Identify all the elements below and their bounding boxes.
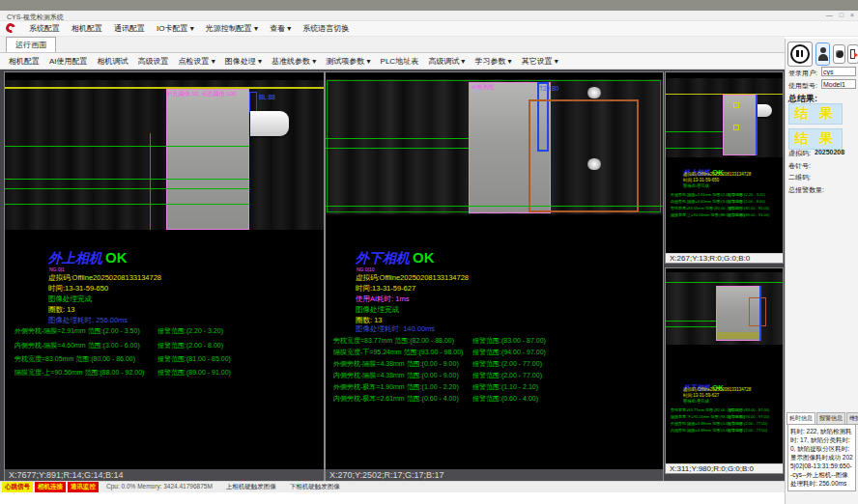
virtual-code: 虚拟码:Offline20250208133134728 <box>683 387 751 392</box>
alarm-range: 报警范围:(2.00 - 77.00) <box>472 359 542 369</box>
virtual-code: 虚拟码:Offline20250208133134728 <box>356 273 469 283</box>
pixel-coordinates-bar: X:7677;Y:891;R:14;G:14;B:14 <box>5 469 324 481</box>
tab-connector <box>758 104 772 117</box>
defect-marker-box <box>733 125 739 130</box>
model-input[interactable] <box>821 79 856 89</box>
cpu-memory-info: Cpu: 0.0% Memory: 3424.41796875M上相机硬触发图像… <box>106 483 340 491</box>
tool-test-params[interactable]: 测试项参数 ▾ <box>321 54 375 69</box>
process-done: 图像处理完成 <box>683 183 709 188</box>
capture-time: 时间:13-31-59-627 <box>683 393 719 398</box>
toolbar: 相机配置 AI使用配置 相机调试 高级设置 点检设置 ▾ 图像处理 ▾ 基准线参… <box>0 53 785 70</box>
capture-time: 时间:13-31-59-650 <box>48 284 108 294</box>
camera-result-title: 外上相机OK <box>48 249 128 267</box>
menu-light-config[interactable]: 光源控制配置 ▾ <box>200 21 264 36</box>
process-cost: 图像处理耗时: 140.00ms <box>356 324 435 334</box>
maximize-icon[interactable]: □ <box>840 12 844 18</box>
pixel-coordinates-bar: X:267;Y:13;R:0;G:0;B:0 <box>666 253 783 263</box>
pixel-coordinates-bar: X:270;Y:2502;R:17;G:17;B:17 <box>326 469 663 481</box>
thumbnail-viewport-lower[interactable] <box>666 272 783 345</box>
window-controls: — □ × <box>826 12 854 18</box>
measure-line <box>666 282 783 283</box>
measure-line <box>326 148 469 149</box>
cpu-memory-text: Cpu: 0.0% Memory: 3424.41796875M <box>106 483 213 490</box>
menu-view[interactable]: 查看 ▾ <box>264 21 297 36</box>
alarm-range: 报警范围:(94.00 - 97.00) <box>728 414 769 419</box>
thumbnail-viewport-upper[interactable] <box>666 78 783 157</box>
measurement-value: 旁枕宽度=83.05mm 范围:(80.00 - 86.00) <box>14 354 135 364</box>
alarm-range: 报警范围:(0.60 - 4.00) <box>472 394 538 404</box>
tool-camera-debug[interactable]: 相机调试 <box>93 54 133 69</box>
measure-line <box>5 146 249 147</box>
menu-comm-config[interactable]: 通讯配置 <box>108 21 151 36</box>
product-region <box>723 95 758 155</box>
pin-number-label: 卷针号: <box>788 161 811 171</box>
qr-code-label: 二维码: <box>788 173 811 182</box>
camera-result-title: 外下相机OK <box>356 249 435 267</box>
tool-plc-address-table[interactable]: PLC地址表 <box>376 54 424 69</box>
tab-connector <box>250 111 289 136</box>
measurement-value: 外侧旁枕-隔膜=4.38mm 范围:(0.00 - 9.00) <box>333 359 459 369</box>
measure-line <box>666 321 716 322</box>
result-box-lower: 结 果 <box>788 128 843 150</box>
camera-panel-upper: 针孔阈值:93, 动态阈值:100 BL:88 外上相机OK NG:0|1 虚拟… <box>5 72 324 481</box>
status-bar: 心跳信号 相机连接 通讯监控 Cpu: 0.0% Memory: 3424.41… <box>0 481 785 492</box>
measure-line <box>326 138 469 139</box>
comm-monitor-badge: 通讯监控 <box>68 482 99 492</box>
camera-status: OK <box>105 249 128 266</box>
virtual-code: 虚拟码:Offline20250208133134728 <box>683 172 751 177</box>
camera-viewport-lower[interactable]: AI检测框 T20.80 <box>326 79 663 214</box>
process-done: 图像处理完成 <box>48 294 92 304</box>
ng-counter: NG:0|10 <box>357 266 375 272</box>
measure-line <box>666 148 723 149</box>
minimize-icon[interactable]: — <box>826 12 833 18</box>
measurement-row: 隔膜宽度-下=95.24mm 范围:(93.00 - 98.00) 报警范围:(… <box>326 348 663 357</box>
tool-advanced-debug[interactable]: 高级调试 ▾ <box>423 54 470 69</box>
close-icon[interactable]: × <box>850 12 854 18</box>
camera-name: 外上相机 <box>48 251 102 266</box>
measurement-row: 内侧旁枕-极耳=2.61mm 范围:(0.60 - 4.00) 报警范围:(0.… <box>326 394 663 404</box>
blue-marker-box <box>759 286 761 341</box>
camera-status: OK <box>413 249 435 266</box>
pixel-coordinates-bar: X:311;Y:980;R:0;G:0;B:0 <box>666 463 783 473</box>
control-panel: 登录用户: 使用型号: 总结果: 结 果 结 果 虚拟码: 20250208 卷… <box>785 39 858 504</box>
tool-spotcheck-settings[interactable]: 点检设置 ▾ <box>174 54 220 69</box>
menu-camera-config[interactable]: 相机配置 <box>66 21 108 36</box>
ng-counter: NG:0|1 <box>49 266 65 272</box>
capture-time: 时间:13-31-59-650 <box>683 178 719 182</box>
tool-image-processing[interactable]: 图像处理 ▾ <box>220 54 267 69</box>
login-user-label: 登录用户: <box>788 69 817 78</box>
tool-ai-config[interactable]: AI使用配置 <box>44 54 93 69</box>
upper-camera-trigger-text: 上相机硬触发图像 <box>226 483 276 490</box>
tool-other-settings[interactable]: 其它设置 ▾ <box>517 54 563 69</box>
measurement-row: 隔膜宽度-上=90.56mm 范围:(88.00 - 92.00) 报警范围:(… <box>5 368 324 378</box>
tab-run-screen[interactable]: 运行画面 <box>6 37 56 52</box>
menu-system-config[interactable]: 系统配置 <box>23 21 66 36</box>
measurement-row: 外侧旁枕-极耳=1.90mm 范围:(1.00 - 2.20) 报警范围:(1.… <box>326 382 663 392</box>
exit-button[interactable] <box>847 44 858 64</box>
ai-detect-box-label: AI检测框 <box>472 83 495 92</box>
defect-marker-box <box>733 102 739 108</box>
tool-learning-params[interactable]: 学习参数 ▾ <box>470 54 516 69</box>
menu-io-config[interactable]: IO卡配置 ▾ <box>151 21 200 36</box>
alarm-range: 报警范围:(2.00 - 77.00) <box>472 371 542 380</box>
alarm-range: 报警范围:(83.00 - 87.00) <box>472 336 546 346</box>
measurement-value: 外侧旁枕-隔膜=2.91mm 范围:(2.00 - 3.50) <box>14 326 140 336</box>
virtual-code-label: 虚拟码: <box>788 149 811 158</box>
login-user-input[interactable] <box>821 67 856 76</box>
tool-baseline-params[interactable]: 基准线参数 ▾ <box>267 54 321 69</box>
user-login-button[interactable] <box>815 42 830 66</box>
alarm-range: 报警范围:(89.00 - 91.00) <box>157 368 231 378</box>
result-text: 结 果 <box>794 105 837 123</box>
heartbeat-status-badge: 心跳信号 <box>2 482 33 492</box>
tool-camera-config[interactable]: 相机配置 <box>4 54 44 69</box>
tool-advanced-settings[interactable]: 高级设置 <box>133 54 174 69</box>
camera-monitor-button[interactable] <box>833 44 845 64</box>
menu-language-switch[interactable]: 系统语言切换 <box>297 21 355 36</box>
measurement-row: 内侧旁枕-隔膜=4.38mm 范围:(0.00 - 9.00) 报警范围:(2.… <box>326 371 663 380</box>
camera-connection-badge: 相机连接 <box>35 482 66 492</box>
thumbnail-panel-upper: 外上相机OK 虚拟码:Offline20250208133134728 时间:1… <box>666 72 783 263</box>
pause-button[interactable] <box>787 42 813 67</box>
runtime-log[interactable]: 耗时: 222, 缺陷检测耗时: 17, 缺陷分类耗时: 0, 缺陷提取分区耗时… <box>787 424 856 491</box>
ai-cost: 使用AI耗时: 1ms <box>356 294 409 304</box>
camera-viewport-upper[interactable]: 针孔阈值:93, 动态阈值:100 BL:88 <box>5 80 324 230</box>
